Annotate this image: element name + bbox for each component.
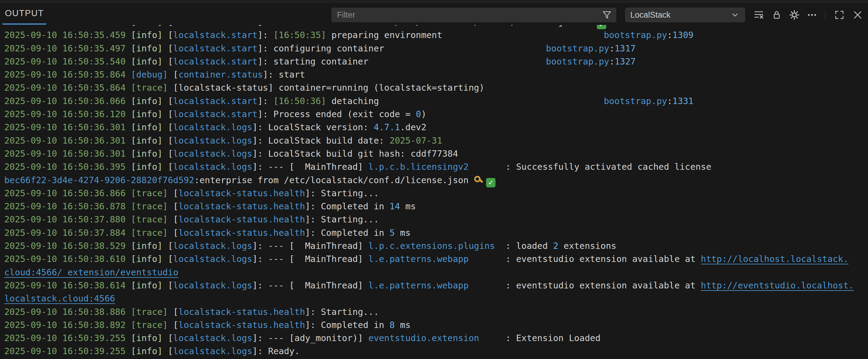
log-segment: localstack.logs [173, 333, 252, 343]
log-link[interactable]: cloud:4566/_extension/eventstudio [4, 267, 178, 278]
log-segment: [info] [131, 333, 162, 343]
log-segment: localstack.logs [173, 241, 252, 251]
log-segment: [info] [131, 56, 162, 67]
filter-funnel-icon[interactable] [602, 10, 612, 20]
header-separator [825, 10, 826, 20]
log-line: 2025-09-10 16:50:38.614 [info] [localsta… [4, 279, 868, 292]
log-segment: Starting... [321, 307, 379, 317]
log-segment: [ [162, 135, 173, 146]
log-segment: LocalStack version: [268, 122, 374, 132]
log-link[interactable]: localstack.cloud:4566 [4, 293, 115, 304]
log-segment: ]: [257, 25, 273, 27]
source-link[interactable]: bootstrap.py:1309 [604, 29, 693, 42]
log-segment: l.p.c.extensions.plugins [368, 241, 495, 251]
lock-icon[interactable] [769, 7, 785, 23]
log-line: 2025-09-10 16:50:36.395 [info] [localsta… [4, 160, 868, 173]
log-segment: [ [162, 346, 173, 356]
log-segment: [info] [131, 96, 162, 106]
log-segment: [info] [131, 346, 162, 356]
tab-output-label: OUTPUT [5, 8, 44, 18]
log-line: 2025-09-10 16:50:37.880 [trace] [localst… [4, 213, 868, 226]
log-segment: --- [ MainThread] [268, 280, 368, 291]
log-segment: :enterprise from /etc/localstack/conf.d/… [194, 175, 474, 185]
clear-output-button[interactable] [751, 7, 767, 23]
log-segment: 2025-09-10 16:50:35.540 [4, 56, 131, 67]
log-segment: ]: [252, 241, 268, 251]
log-segment: localstack-status.health [178, 228, 305, 238]
log-segment: [info] [131, 280, 162, 291]
log-line: 2025-09-10 16:50:35.540 [info] [localsta… [4, 55, 868, 68]
log-segment: [ [162, 241, 173, 251]
log-segment: ]: [305, 228, 321, 238]
log-segment: Starting... [321, 188, 379, 198]
tab-output[interactable]: OUTPUT [2, 3, 46, 25]
log-segment: 8 [390, 320, 395, 330]
log-segment: [ [168, 201, 178, 211]
log-segment: 2025-09-10 16:50:38.614 [4, 280, 131, 291]
source-link[interactable]: bootstrap.py:1327 [546, 55, 636, 68]
log-segment: [ [168, 228, 178, 238]
log-segment: 2025-09-10 16:50:38.529 [4, 241, 131, 251]
log-segment: [trace] [131, 307, 168, 317]
log-segment: 2025-07-31 [390, 135, 442, 146]
log-segment: Process ended (exit code = [273, 109, 416, 119]
log-segment: localstack.logs [173, 346, 252, 356]
log-segment: l.p.c.b.licensingv2 [368, 162, 468, 172]
log-segment: [info] [131, 43, 162, 54]
log-segment: l.e.patterns.webapp [368, 280, 468, 291]
log-output-area[interactable]: 2025-09-10 16:50:35.426 [info] [localsta… [0, 25, 868, 359]
log-segment: 2025-09-10 16:50:35.864 [4, 69, 131, 80]
filter-input[interactable] [332, 10, 602, 20]
log-segment: [ [162, 254, 173, 264]
filter-box [332, 8, 616, 22]
log-segment: 2 [553, 241, 558, 251]
log-segment: [ [162, 30, 173, 40]
log-segment: [16:50:35] [273, 30, 326, 40]
log-line: 2025-09-10 16:50:35.426 [info] [localsta… [4, 25, 868, 29]
log-line: 2025-09-10 16:50:35.864 [debug] [contain… [4, 68, 868, 81]
channel-select-value: LocalStack [630, 10, 730, 20]
log-segment: localstack.logs [173, 280, 252, 291]
more-actions-icon[interactable] [804, 7, 820, 23]
log-segment: : Extension Loaded [479, 333, 600, 343]
log-segment: ]: [305, 188, 321, 198]
log-line: 2025-09-10 16:50:38.610 [info] [localsta… [4, 253, 868, 266]
log-line: 2025-09-10 16:50:39.255 [info] [localsta… [4, 332, 868, 345]
log-line: 2025-09-10 16:50:35.864 [trace] [localst… [4, 81, 868, 94]
gear-icon[interactable] [786, 7, 802, 23]
log-segment: : Successfully activated cached license [469, 162, 712, 172]
log-segment: ]: [252, 149, 268, 159]
log-segment: [trace] [131, 201, 168, 211]
log-line: 2025-09-10 16:50:38.892 [trace] [localst… [4, 319, 868, 332]
log-segment: ]: [305, 307, 321, 317]
log-segment: [trace] [131, 83, 168, 93]
log-line: 2025-09-10 16:50:38.529 [info] [localsta… [4, 239, 868, 253]
log-segment: : eventstudio extension available at [469, 280, 701, 291]
log-segment: extensions [558, 241, 616, 251]
log-segment: ]: [257, 43, 273, 54]
log-segment: ]: [252, 254, 268, 264]
log-segment: ) [421, 109, 426, 119]
log-segment: 2025-09-10 16:50:38.610 [4, 254, 131, 264]
log-segment: [localstack-status] container=running (l… [168, 83, 484, 93]
channel-select[interactable]: LocalStack [625, 8, 745, 22]
log-line: 2025-09-10 16:50:37.884 [trace] [localst… [4, 226, 868, 239]
close-panel-icon[interactable] [850, 7, 866, 23]
log-line: 2025-09-10 16:50:36.301 [info] [localsta… [4, 121, 868, 134]
log-segment: [ [168, 307, 178, 317]
log-segment: ms [395, 228, 410, 238]
log-link[interactable]: http://localhost.localstack. [701, 254, 848, 264]
log-link[interactable]: http://eventstudio.localhost. [701, 280, 854, 291]
log-segment: LocalStack build git hash: cddf77384 [268, 149, 458, 159]
log-segment: 2025-09-10 16:50:36.395 [4, 162, 131, 172]
log-segment: start [279, 69, 305, 80]
log-segment: [ [168, 320, 178, 330]
log-segment: [trace] [131, 320, 168, 330]
log-line: 2025-09-10 16:50:36.066 [info] [localsta… [4, 95, 868, 108]
log-segment: bec66f22-3d4e-4274-9206-28820f76d592 [4, 175, 194, 185]
maximize-panel-icon[interactable] [832, 7, 847, 23]
source-link[interactable]: bootstrap.py:1331 [604, 95, 693, 108]
log-segment: [ [162, 122, 173, 132]
source-link[interactable]: bootstrap.py:1317 [546, 42, 636, 55]
log-segment: 0 [416, 109, 421, 119]
